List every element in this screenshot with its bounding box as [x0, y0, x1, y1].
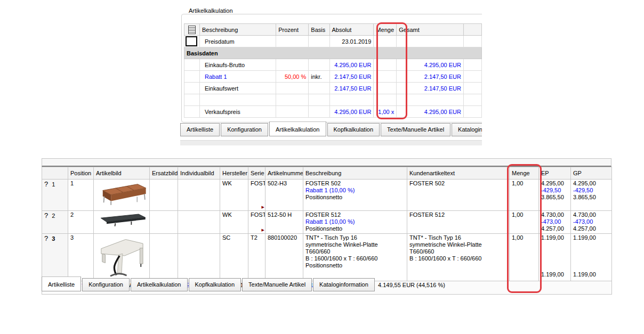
detail-marker-icon[interactable]: ▶ [262, 228, 264, 232]
row-einkaufs-brutto[interactable]: Einkaufs-Brutto 4.295,00 EUR 4.295,00 EU… [184, 59, 482, 71]
rabatt-prozent[interactable]: 50,00 % [276, 71, 309, 83]
row-preisdatum[interactable]: Preisdatum 23.01.2019 [184, 36, 482, 47]
artikelbild-cell[interactable] [94, 180, 150, 211]
tab-artikelkalkulation[interactable]: Artikelkalkulation [131, 278, 188, 291]
tab-artikelliste[interactable]: Artikelliste [42, 276, 81, 291]
kundenartikeltext-cell[interactable]: FOSTER 502 [407, 180, 510, 211]
menge-cell[interactable]: 1,00 [510, 180, 539, 211]
tab-konfiguration[interactable]: Konfiguration [82, 278, 130, 291]
brown-bench-image [96, 180, 149, 207]
groupbox-title: Artikelkalkulation [187, 7, 235, 14]
ersatzbild-cell[interactable] [150, 234, 178, 281]
artikelbild-cell[interactable] [94, 234, 150, 281]
kundentext-line: B : 1600/1600 x T : 660/660 [409, 255, 507, 262]
kundenartikeltext-cell[interactable]: TNT* - Tisch Typ 16 symmetrische Winkel-… [407, 234, 510, 281]
artikelbild-cell[interactable] [94, 211, 150, 234]
beschreibung-cell[interactable]: FOSTER 502 Rabatt 1 (10,00 %) Positionsn… [303, 180, 407, 211]
col-individualbild[interactable]: Individualbild [178, 167, 220, 180]
rabatt-line: Rabatt 1 (10,00 %) [305, 187, 405, 194]
tab-kataloginformation[interactable]: Kataloginformation [313, 278, 375, 291]
kundenartikeltext-cell[interactable]: FOSTER 512 [407, 211, 510, 234]
article-row-2[interactable]: ?2 2 WK FOST▶ 512-50 H FOSTER [42, 211, 612, 234]
col-ersatzbild[interactable]: Ersatzbild [150, 167, 178, 180]
verkaufspreis-menge[interactable]: 1,00 x [374, 106, 397, 118]
gp-cell: 4.295,00 -429,50 3.865,50 [571, 180, 612, 211]
serie-cell[interactable]: FOST▶ [248, 211, 265, 234]
col-serie[interactable]: Serie [248, 167, 265, 180]
col-absolut[interactable]: Absolut [329, 24, 374, 36]
tab-artikelliste[interactable]: Artikelliste [180, 123, 220, 136]
ersatzbild-cell[interactable] [150, 180, 178, 211]
preisdatum-value: 23.01.2019 [329, 36, 374, 47]
tab-kopfkalkulation[interactable]: Kopfkalkulation [327, 123, 380, 136]
question-marker: ? [44, 234, 48, 242]
list-icon [188, 26, 196, 34]
detail-marker-icon[interactable]: ▶ [262, 205, 264, 209]
rabatt-basis[interactable]: inkr. [309, 71, 329, 83]
basisdaten-label: Basisdaten [184, 47, 482, 59]
col-kundenartikeltext[interactable]: Kundenartikeltext [407, 167, 510, 180]
col-prozent[interactable]: Prozent [276, 24, 309, 36]
row-selector[interactable]: ?2 [42, 211, 68, 234]
tab-kopfkalkulation[interactable]: Kopfkalkulation [189, 278, 241, 291]
row-rabatt1[interactable]: Rabatt 1 50,00 % inkr. 2.147,50 EUR 2.14… [184, 71, 482, 83]
gp-brutto: 1.199,00 [573, 234, 609, 241]
beschreibung-line: T660/660 [305, 248, 405, 255]
question-marker: ? [44, 180, 48, 188]
col-hersteller[interactable]: Hersteller [220, 167, 248, 180]
col-artikelbild[interactable]: Artikelbild [94, 167, 150, 180]
row-selector[interactable]: ?1 [42, 180, 68, 211]
question-marker: ? [44, 211, 48, 219]
verkaufspreis-label: Verkaufspreis [200, 106, 276, 118]
bottom-tab-bar: Artikelliste Konfiguration Artikelkalkul… [42, 278, 376, 291]
ersatzbild-cell[interactable] [150, 211, 178, 234]
kundentext-line: FOSTER 502 [409, 180, 507, 187]
ep-brutto: 4.295,00 [541, 180, 568, 187]
gp-rabatt: -429,50 [573, 187, 609, 194]
einkaufswert-absolut: 2.147,50 EUR [329, 83, 374, 94]
tab-kataloginformation[interactable]: Kataloginformation [452, 123, 482, 136]
row-number: 2 [52, 213, 55, 219]
tab-texte-manuelle-artikel[interactable]: Texte/Manuelle Artikel [242, 278, 312, 291]
beschreibung-cell[interactable]: TNT* - Tisch Typ 16 symmetrische Winkel-… [303, 234, 407, 281]
color-swatch[interactable] [186, 36, 197, 46]
positionsnetto-line: Positionsnetto [305, 262, 405, 269]
kundentext-line: T660/660 [409, 248, 507, 255]
tab-texte-manuelle-artikel[interactable]: Texte/Manuelle Artikel [381, 123, 450, 136]
row-verkaufspreis[interactable]: Verkaufspreis 4.295,00 EUR 1,00 x 4.295,… [184, 106, 482, 118]
col-menge[interactable]: Menge [510, 167, 539, 180]
positionsnetto-line: Positionsnetto [305, 194, 405, 201]
gp-brutto: 4.730,00 [573, 211, 609, 218]
list-icon-cell [184, 24, 200, 36]
col-beschreibung[interactable]: Beschreibung [200, 24, 276, 36]
individualbild-cell[interactable] [178, 180, 220, 211]
beschreibung-cell[interactable]: FOSTER 512 Rabatt 1 (10,00 %) Positionsn… [303, 211, 407, 234]
col-menge[interactable]: Menge [374, 24, 397, 36]
serie-cell[interactable]: FOST▶ [248, 180, 265, 211]
position-cell: 1 [68, 180, 94, 211]
col-gp[interactable]: GP [571, 167, 612, 180]
col-selector [42, 167, 68, 180]
ep-rabatt: -429,50 [541, 187, 568, 194]
row-selector[interactable]: ?3 [42, 234, 68, 281]
menge-cell[interactable]: 1,00 [510, 211, 539, 234]
tab-artikelkalkulation[interactable]: Artikelkalkulation [269, 121, 326, 136]
col-position[interactable]: Position [68, 167, 94, 180]
row-einkaufswert[interactable]: Einkaufswert 2.147,50 EUR 2.147,50 EUR [184, 83, 482, 94]
gp-netto: 4.257,00 [573, 225, 609, 232]
article-row-3[interactable]: ?3 3 SC T2 [42, 234, 612, 281]
ep-cell: 4.295,00 -429,50 3.865,50 [539, 180, 571, 211]
col-basis[interactable]: Basis [309, 24, 329, 36]
col-ep[interactable]: EP [539, 167, 571, 180]
tab-konfiguration[interactable]: Konfiguration [221, 123, 268, 136]
individualbild-cell[interactable] [178, 234, 220, 281]
col-beschreibung[interactable]: Beschreibung [303, 167, 407, 180]
col-gesamt[interactable]: Gesamt [397, 24, 464, 36]
position-cell: 3 [68, 234, 94, 281]
individualbild-cell[interactable] [178, 211, 220, 234]
dark-bench-image [96, 211, 149, 227]
serie-cell[interactable]: T2 [248, 234, 265, 281]
col-artikelnummer[interactable]: Artikelnummer [265, 167, 303, 180]
menge-cell[interactable]: 1,00 [510, 234, 539, 281]
article-row-1[interactable]: ?1 1 [42, 180, 612, 211]
